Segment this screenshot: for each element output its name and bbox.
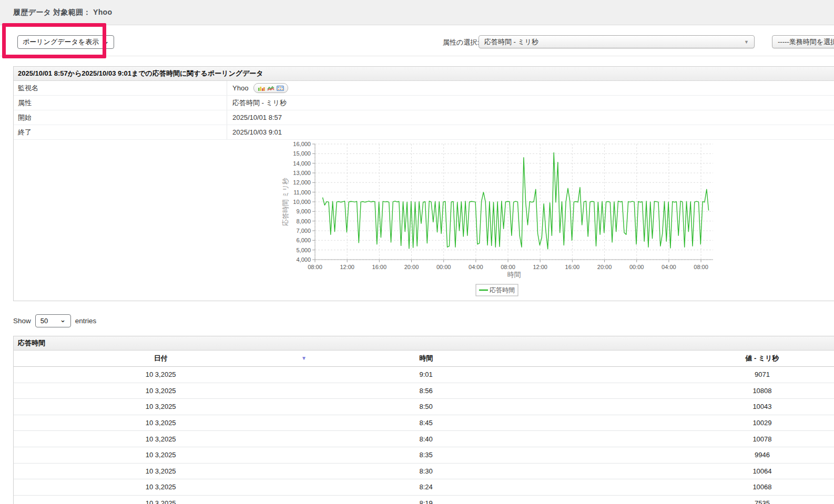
annotation-highlight-box — [2, 23, 106, 58]
table-header-row: 日付 時間 値 - ミリ秒 ▼ — [14, 351, 834, 367]
monitor-info-row: 終了2025/10/03 9:01 — [14, 125, 834, 140]
cell-time: 8:45 — [308, 419, 544, 427]
svg-text:15,000: 15,000 — [293, 150, 311, 157]
info-field-value: 応答時間 - ミリ秒 — [227, 96, 834, 110]
cell-date: 10 3,2025 — [14, 451, 308, 459]
cell-value: 9946 — [544, 451, 834, 459]
info-field-value-text: 2025/10/03 9:01 — [232, 125, 282, 139]
response-time-table-panel: 応答時間 日付 時間 値 - ミリ秒 ▼ 10 3,20259:01907110… — [13, 336, 834, 504]
cell-value: 10064 — [544, 467, 834, 475]
view-switch-icon-group[interactable] — [253, 83, 288, 93]
info-field-value-text: 2025/10/01 8:57 — [232, 110, 282, 125]
svg-text:00:00: 00:00 — [436, 264, 451, 270]
svg-text:7,000: 7,000 — [296, 228, 311, 234]
svg-text:14,000: 14,000 — [293, 160, 311, 167]
table-row: 10 3,20259:019071 — [14, 367, 834, 383]
dropdown-arrow-icon: ▼ — [744, 39, 749, 45]
cell-time: 8:50 — [308, 403, 544, 410]
svg-text:11,000: 11,000 — [293, 189, 311, 196]
table-row: 10 3,20258:5010043 — [14, 399, 834, 415]
svg-text:6,000: 6,000 — [296, 237, 311, 243]
cell-value: 10068 — [544, 483, 834, 491]
response-time-chart: 4,0005,0006,0007,0008,0009,00010,00011,0… — [279, 138, 731, 301]
page-title: 履歴データ 対象範囲： Yhoo — [13, 8, 112, 17]
info-field-value: 2025/10/01 8:57 — [227, 110, 834, 125]
cell-date: 10 3,2025 — [14, 483, 308, 491]
table-row: 10 3,20258:197535 — [14, 496, 834, 504]
svg-text:08:00: 08:00 — [501, 264, 515, 270]
bar-chart-icon[interactable] — [258, 85, 265, 91]
monitor-info-table: 監視名Yhoo属性応答時間 - ミリ秒開始2025/10/01 8:57終了20… — [14, 81, 834, 140]
cell-date: 10 3,2025 — [14, 403, 308, 410]
page-size-value: 50 — [40, 317, 48, 325]
column-header-value[interactable]: 値 - ミリ秒 — [544, 354, 834, 363]
line-chart-icon[interactable] — [267, 85, 274, 91]
cell-date: 10 3,2025 — [14, 419, 308, 427]
cell-date: 10 3,2025 — [14, 435, 308, 443]
toolbar: ポーリングデータを表示 ⌄ 属性の選択: 応答時間 - ミリ秒 ▼ -----業… — [0, 26, 834, 56]
cell-time: 8:30 — [308, 467, 544, 475]
cell-time: 8:40 — [308, 435, 544, 443]
show-label: Show — [13, 317, 31, 325]
table-row: 10 3,20258:3010064 — [14, 464, 834, 480]
column-header-time[interactable]: 時間 — [308, 354, 544, 363]
polling-data-panel: 2025/10/01 8:57から2025/10/03 9:01までの応答時間に… — [13, 66, 834, 301]
business-hours-select-value: -----業務時間を選択してください----- — [778, 37, 834, 47]
monitor-info-row: 監視名Yhoo — [14, 81, 834, 96]
table-row: 10 3,20258:4510029 — [14, 415, 834, 431]
svg-text:8,000: 8,000 — [296, 218, 311, 224]
cell-value: 10043 — [544, 403, 834, 410]
polling-data-panel-title: 2025/10/01 8:57から2025/10/03 9:01までの応答時間に… — [14, 67, 834, 81]
svg-text:12,000: 12,000 — [293, 179, 311, 186]
svg-text:00:00: 00:00 — [629, 264, 644, 270]
column-header-date[interactable]: 日付 — [14, 354, 308, 363]
attribute-select-value: 応答時間 - ミリ秒 — [484, 37, 538, 47]
info-field-label: 監視名 — [14, 81, 227, 95]
sort-descending-icon[interactable]: ▼ — [301, 356, 307, 361]
table-row: 10 3,20258:359946 — [14, 447, 834, 464]
svg-text:08:00: 08:00 — [308, 264, 322, 270]
svg-text:08:00: 08:00 — [694, 264, 708, 270]
attribute-select[interactable]: 応答時間 - ミリ秒 ▼ — [479, 35, 755, 48]
svg-text:9,000: 9,000 — [296, 208, 311, 214]
svg-text:12:00: 12:00 — [533, 264, 547, 270]
cell-time: 9:01 — [308, 371, 544, 378]
svg-text:10,000: 10,000 — [293, 199, 311, 205]
cell-date: 10 3,2025 — [14, 371, 308, 378]
cell-value: 7535 — [544, 499, 834, 504]
cell-time: 8:24 — [308, 483, 544, 491]
page-header: 履歴データ 対象範囲： Yhoo — [0, 0, 834, 25]
cell-time: 8:19 — [308, 499, 544, 504]
info-field-value: Yhoo — [227, 81, 834, 95]
svg-text:12:00: 12:00 — [340, 264, 354, 270]
info-field-value-text: Yhoo — [232, 81, 248, 95]
svg-text:16:00: 16:00 — [372, 264, 387, 270]
attribute-select-label: 属性の選択: — [443, 38, 479, 47]
svg-text:20:00: 20:00 — [597, 264, 612, 270]
page-size-control: Show 50 ⌄ entries — [13, 314, 96, 327]
monitor-info-row: 属性応答時間 - ミリ秒 — [14, 96, 834, 110]
x-axis-title: 時間 — [507, 271, 521, 279]
cell-date: 10 3,2025 — [14, 467, 308, 475]
cell-time: 8:35 — [308, 451, 544, 459]
cell-value: 10029 — [544, 419, 834, 427]
info-field-value: 2025/10/03 9:01 — [227, 125, 834, 139]
cell-value: 10808 — [544, 387, 834, 395]
y-axis-title: 応答時間 ミリ秒 — [282, 178, 289, 226]
svg-text:16,000: 16,000 — [293, 141, 311, 147]
table-title: 応答時間 — [14, 336, 834, 351]
svg-text:5,000: 5,000 — [296, 247, 311, 253]
table-row: 10 3,20258:2410068 — [14, 479, 834, 496]
data-table-icon[interactable] — [277, 85, 284, 91]
svg-text:13,000: 13,000 — [293, 170, 311, 176]
svg-text:20:00: 20:00 — [404, 264, 419, 270]
svg-text:16:00: 16:00 — [565, 264, 580, 270]
info-field-value-text: 応答時間 - ミリ秒 — [232, 96, 287, 110]
page-size-select[interactable]: 50 ⌄ — [35, 314, 71, 327]
cell-time: 8:56 — [308, 387, 544, 395]
business-hours-select[interactable]: -----業務時間を選択してください----- — [772, 35, 834, 48]
entries-label: entries — [75, 317, 97, 325]
cell-date: 10 3,2025 — [14, 499, 308, 504]
chevron-down-icon: ⌄ — [60, 316, 66, 324]
info-field-label: 属性 — [14, 96, 227, 110]
